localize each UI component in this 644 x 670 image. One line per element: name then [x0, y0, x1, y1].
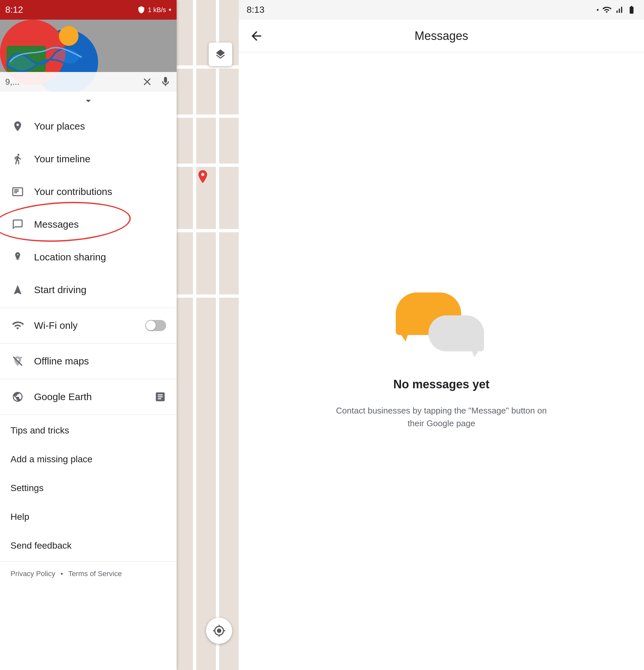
status-time-right: 8:13 — [246, 4, 265, 15]
data-speed-left: 1 kB/s — [148, 6, 166, 14]
no-messages-subtitle: Contact businesses by tapping the "Messa… — [327, 404, 556, 430]
wifi-icon — [11, 318, 25, 333]
sidebar-item-help[interactable]: Help — [0, 502, 177, 531]
offline-icon — [11, 354, 25, 368]
sidebar-item-label-feedback: Send feedback — [11, 540, 72, 551]
status-icons-right: • — [596, 5, 636, 14]
back-button[interactable] — [246, 26, 266, 46]
contributions-icon — [11, 185, 25, 199]
divider-1 — [0, 308, 177, 308]
microphone-icon[interactable] — [160, 76, 171, 88]
search-bar-overlay: 9,... — [0, 72, 177, 92]
terms-of-service-link[interactable]: Terms of Service — [68, 570, 122, 578]
messages-content: No messages yet Contact businesses by ta… — [239, 52, 644, 670]
menu-list: Your places Your timeline Your contribut… — [0, 110, 177, 670]
sidebar-item-label-your-timeline: Your timeline — [34, 153, 90, 164]
sidebar-item-messages[interactable]: Messages — [0, 208, 177, 241]
sidebar-item-settings[interactable]: Settings — [0, 474, 177, 502]
timeline-icon — [11, 152, 25, 166]
sidebar-item-label-location-sharing: Location sharing — [34, 252, 106, 263]
status-time-left: 8:12 — [5, 4, 23, 15]
search-bar-icons — [141, 76, 171, 88]
status-bar-left: 8:12 1 kB/s • — [0, 0, 177, 19]
divider-2 — [0, 343, 177, 344]
sidebar-item-label-offline-maps: Offline maps — [34, 356, 89, 367]
sidebar-item-label-add-place: Add a missing place — [11, 454, 93, 464]
map-layers-icon[interactable] — [209, 42, 232, 66]
sidebar-item-location-sharing[interactable]: Location sharing — [0, 241, 177, 273]
sidebar-item-your-contributions[interactable]: Your contributions — [0, 175, 177, 208]
search-text: 9,... — [5, 77, 19, 87]
middle-panel — [177, 0, 239, 670]
dropdown-arrow-area[interactable] — [0, 92, 177, 110]
sidebar-item-label-start-driving: Start driving — [34, 284, 86, 295]
dot-left: • — [169, 5, 171, 14]
sidebar-item-start-driving[interactable]: Start driving — [0, 273, 177, 306]
no-messages-title: No messages yet — [393, 377, 489, 391]
sidebar-item-add-place[interactable]: Add a missing place — [0, 445, 177, 474]
privacy-policy-link[interactable]: Privacy Policy — [11, 570, 55, 578]
sidebar-item-google-earth[interactable]: Google Earth — [0, 380, 177, 413]
bubble-gray — [428, 316, 484, 351]
sidebar-item-label-help: Help — [11, 512, 29, 522]
divider-3 — [0, 379, 177, 379]
wifi-toggle[interactable] — [145, 320, 166, 331]
sidebar-item-your-places[interactable]: Your places — [0, 110, 177, 143]
sidebar-item-tips[interactable]: Tips and tricks — [0, 416, 177, 445]
dot-right: • — [596, 6, 599, 14]
left-panel: 8:12 1 kB/s • 9,... — [0, 0, 177, 670]
battery-icon-right — [627, 5, 636, 14]
right-panel: 8:13 • Messages No messages yet Contact … — [239, 0, 644, 670]
sidebar-item-label-google-earth: Google Earth — [34, 391, 92, 402]
divider-4 — [0, 415, 177, 415]
sidebar-item-your-timeline[interactable]: Your timeline — [0, 143, 177, 175]
status-icons-left: 1 kB/s • — [137, 5, 171, 14]
sidebar-item-label-settings: Settings — [11, 483, 43, 493]
sidebar-item-label-your-places: Your places — [34, 121, 85, 132]
my-location-button[interactable] — [206, 618, 232, 644]
back-arrow-icon[interactable] — [249, 29, 264, 43]
external-link-icon — [155, 391, 166, 403]
shield-icon-left — [137, 6, 145, 14]
messages-icon — [11, 217, 25, 232]
chevron-down-icon[interactable] — [82, 95, 94, 107]
sidebar-item-label-wifi: Wi-Fi only — [34, 320, 78, 331]
navigation-icon — [11, 283, 25, 297]
sidebar-item-label-tips: Tips and tricks — [11, 425, 69, 436]
map-background — [177, 0, 239, 670]
menu-footer: Privacy Policy • Terms of Service — [0, 563, 177, 585]
header-area: 9,... — [0, 19, 177, 92]
messages-header: Messages — [239, 19, 644, 52]
earth-icon — [11, 390, 25, 404]
wifi-icon-right — [602, 5, 611, 14]
location-pin-icon — [11, 119, 25, 133]
close-icon[interactable] — [141, 76, 153, 88]
location-sharing-icon — [11, 250, 25, 264]
sidebar-item-wifi[interactable]: Wi-Fi only — [0, 309, 177, 342]
chat-bubbles-illustration — [396, 293, 487, 364]
toggle-knob — [146, 321, 156, 331]
sidebar-item-feedback[interactable]: Send feedback — [0, 531, 177, 560]
divider-5 — [0, 561, 177, 562]
messages-title: Messages — [266, 29, 617, 43]
footer-dot-separator: • — [61, 570, 63, 578]
sidebar-item-offline-maps[interactable]: Offline maps — [0, 345, 177, 377]
bubble-gray-tail — [471, 348, 481, 357]
bubble-yellow-tail — [399, 332, 409, 341]
sidebar-item-label-messages: Messages — [34, 219, 79, 230]
signal-icon-right — [615, 5, 624, 14]
sidebar-item-label-your-contributions: Your contributions — [34, 186, 112, 197]
status-bar-right: 8:13 • — [239, 0, 644, 19]
